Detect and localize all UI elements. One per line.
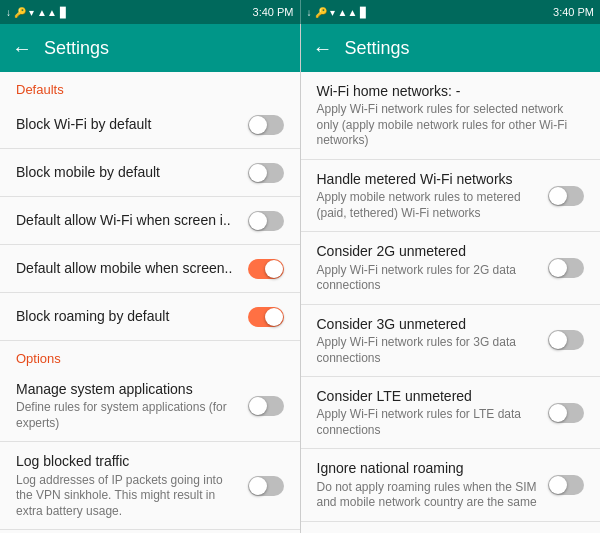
wifi-home-title: Wi-Fi home networks: -: [317, 82, 577, 100]
battery-icon: ▊: [60, 7, 68, 18]
status-bar-left: ↓ 🔑 ▾ ▲▲ ▊ 3:40 PM: [0, 0, 300, 24]
log-blocked-subtitle: Log addresses of IP packets going into t…: [16, 473, 240, 520]
download-icon-r: ↓: [307, 7, 312, 18]
log-blocked-toggle[interactable]: [248, 476, 284, 496]
log-blocked-toggle-knob: [249, 477, 267, 495]
block-wifi-toggle[interactable]: [248, 115, 284, 135]
signal-icon: ▲▲: [37, 7, 57, 18]
manage-system-toggle-knob: [249, 397, 267, 415]
left-status-icons: ↓ 🔑 ▾ ▲▲ ▊: [6, 7, 68, 18]
3g-unmetered-subtitle: Apply Wi-Fi network rules for 3G data co…: [317, 335, 541, 366]
wifi-icon: ▾: [29, 7, 34, 18]
left-panel-title: Settings: [44, 38, 109, 59]
right-status-icons: ↓ 🔑 ▾ ▲▲ ▊: [307, 7, 369, 18]
ignore-roaming-row: Ignore national roaming Do not apply roa…: [301, 449, 601, 521]
allow-wifi-screen-row: Default allow Wi-Fi when screen i..: [0, 197, 300, 245]
right-back-button[interactable]: ←: [313, 37, 333, 60]
manage-system-subtitle: Define rules for system applications (fo…: [16, 400, 240, 431]
3g-unmetered-title: Consider 3G unmetered: [317, 315, 541, 333]
2g-unmetered-toggle[interactable]: [548, 258, 584, 278]
status-bar: ↓ 🔑 ▾ ▲▲ ▊ 3:40 PM ↓ 🔑 ▾ ▲▲ ▊ 3:40 PM: [0, 0, 600, 24]
block-roaming-title: Block roaming by default: [16, 307, 240, 325]
key-icon-r: 🔑: [315, 7, 327, 18]
lte-unmetered-title: Consider LTE unmetered: [317, 387, 541, 405]
block-mobile-title: Block mobile by default: [16, 163, 240, 181]
block-wifi-toggle-knob: [249, 116, 267, 134]
ignore-roaming-title: Ignore national roaming: [317, 459, 541, 477]
allow-mobile-screen-title: Default allow mobile when screen..: [16, 259, 240, 277]
metered-wifi-title: Handle metered Wi-Fi networks: [317, 170, 541, 188]
allow-wifi-screen-title: Default allow Wi-Fi when screen i..: [16, 211, 240, 229]
metered-wifi-toggle[interactable]: [548, 186, 584, 206]
download-icon: ↓: [6, 7, 11, 18]
left-panel: ← Settings Defaults Block Wi-Fi by defau…: [0, 24, 300, 533]
wifi-home-row: Wi-Fi home networks: - Apply Wi-Fi netwo…: [301, 72, 601, 160]
status-bar-right: ↓ 🔑 ▾ ▲▲ ▊ 3:40 PM: [301, 0, 601, 24]
allow-wifi-screen-toggle[interactable]: [248, 211, 284, 231]
panels-container: ← Settings Defaults Block Wi-Fi by defau…: [0, 24, 600, 533]
block-wifi-row: Block Wi-Fi by default: [0, 101, 300, 149]
block-mobile-toggle-knob: [249, 164, 267, 182]
3g-unmetered-row: Consider 3G unmetered Apply Wi-Fi networ…: [301, 305, 601, 377]
metered-wifi-toggle-knob: [549, 187, 567, 205]
right-panel-title: Settings: [345, 38, 410, 59]
options-section-label: Options: [0, 341, 300, 370]
right-panel: ← Settings Wi-Fi home networks: - Apply …: [300, 24, 601, 533]
manage-system-toggle[interactable]: [248, 396, 284, 416]
left-status-time: 3:40 PM: [253, 6, 294, 18]
right-panel-content: Wi-Fi home networks: - Apply Wi-Fi netwo…: [301, 72, 601, 533]
right-panel-header: ← Settings: [301, 24, 601, 72]
3g-unmetered-toggle-knob: [549, 331, 567, 349]
battery-icon-r: ▊: [360, 7, 368, 18]
lte-unmetered-row: Consider LTE unmetered Apply Wi-Fi netwo…: [301, 377, 601, 449]
log-blocked-title: Log blocked traffic: [16, 452, 240, 470]
lte-unmetered-subtitle: Apply Wi-Fi network rules for LTE data c…: [317, 407, 541, 438]
allow-mobile-screen-toggle-knob: [265, 260, 283, 278]
allow-mobile-screen-row: Default allow mobile when screen..: [0, 245, 300, 293]
ignore-roaming-toggle-knob: [549, 476, 567, 494]
allow-wifi-screen-toggle-knob: [249, 212, 267, 230]
block-mobile-row: Block mobile by default: [0, 149, 300, 197]
block-roaming-toggle-knob: [265, 308, 283, 326]
signal-icon-r: ▲▲: [338, 7, 358, 18]
block-wifi-title: Block Wi-Fi by default: [16, 115, 240, 133]
wifi-home-subtitle: Apply Wi-Fi network rules for selected n…: [317, 102, 577, 149]
defaults-section-label: Defaults: [0, 72, 300, 101]
allow-mobile-screen-toggle[interactable]: [248, 259, 284, 279]
2g-unmetered-toggle-knob: [549, 259, 567, 277]
left-panel-header: ← Settings: [0, 24, 300, 72]
left-panel-content: Defaults Block Wi-Fi by default Block mo…: [0, 72, 300, 533]
metered-wifi-subtitle: Apply mobile network rules to metered (p…: [317, 190, 541, 221]
ignore-roaming-toggle[interactable]: [548, 475, 584, 495]
log-blocked-row: Log blocked traffic Log addresses of IP …: [0, 442, 300, 530]
right-status-time: 3:40 PM: [553, 6, 594, 18]
metered-wifi-row: Handle metered Wi-Fi networks Apply mobi…: [301, 160, 601, 232]
wifi-icon-r: ▾: [330, 7, 335, 18]
block-mobile-toggle[interactable]: [248, 163, 284, 183]
ignore-roaming-subtitle: Do not apply roaming rules when the SIM …: [317, 480, 541, 511]
lte-unmetered-toggle[interactable]: [548, 403, 584, 423]
left-back-button[interactable]: ←: [12, 37, 32, 60]
2g-unmetered-subtitle: Apply Wi-Fi network rules for 2G data co…: [317, 263, 541, 294]
block-roaming-toggle[interactable]: [248, 307, 284, 327]
3g-unmetered-toggle[interactable]: [548, 330, 584, 350]
2g-unmetered-title: Consider 2G unmetered: [317, 242, 541, 260]
manage-system-row: Manage system applications Define rules …: [0, 370, 300, 442]
lte-unmetered-toggle-knob: [549, 404, 567, 422]
key-icon: 🔑: [14, 7, 26, 18]
block-roaming-row: Block roaming by default: [0, 293, 300, 341]
manage-system-title: Manage system applications: [16, 380, 240, 398]
2g-unmetered-row: Consider 2G unmetered Apply Wi-Fi networ…: [301, 232, 601, 304]
